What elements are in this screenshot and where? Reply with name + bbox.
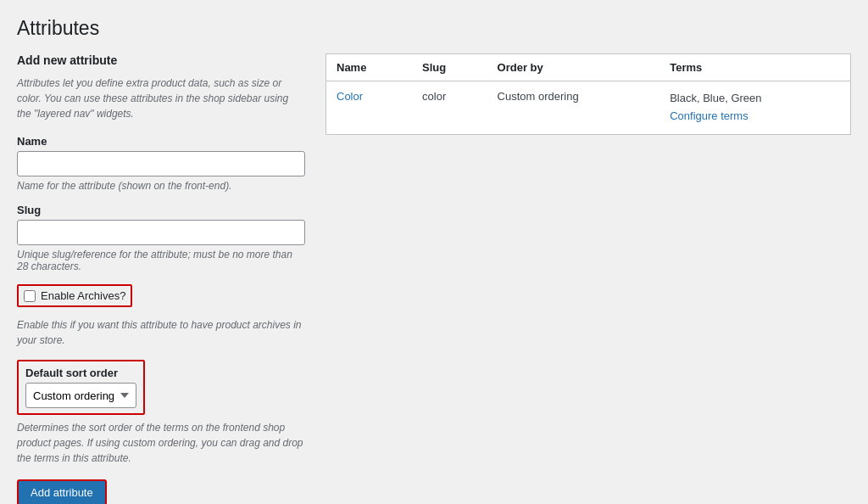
sort-order-hint: Determines the sort order of the terms o… <box>17 420 305 466</box>
enable-archives-label: Enable Archives? <box>41 289 125 302</box>
name-input[interactable] <box>17 151 305 176</box>
sort-order-section: Default sort order Custom ordering Name … <box>17 360 145 415</box>
terms-value: Black, Blue, Green <box>670 92 761 104</box>
row-order-cell: Custom ordering <box>487 81 660 135</box>
col-order-by: Order by <box>487 54 660 81</box>
enable-archives-checkbox-row[interactable]: Enable Archives? <box>17 284 132 307</box>
sort-order-label: Default sort order <box>25 367 136 379</box>
slug-field-label: Slug <box>17 204 305 216</box>
col-slug: Slug <box>412 54 487 81</box>
row-name-cell: Color <box>326 81 413 135</box>
attributes-table: Name Slug Order by Terms Color color Cus… <box>326 53 851 135</box>
col-terms: Terms <box>659 54 850 81</box>
add-attribute-form: Add new attribute Attributes let you def… <box>17 53 305 504</box>
sort-order-select[interactable]: Custom ordering Name Name (numeric) Term… <box>25 383 136 408</box>
page-title: Attributes <box>17 17 851 40</box>
slug-input[interactable] <box>17 220 305 245</box>
row-slug-cell: color <box>412 81 487 135</box>
archives-hint: Enable this if you want this attribute t… <box>17 317 305 348</box>
attributes-table-panel: Name Slug Order by Terms Color color Cus… <box>326 53 851 135</box>
col-name: Name <box>326 54 413 81</box>
configure-terms-link[interactable]: Configure terms <box>670 108 840 126</box>
enable-archives-checkbox[interactable] <box>24 290 36 302</box>
attribute-name-link[interactable]: Color <box>337 90 363 103</box>
section-description: Attributes let you define extra product … <box>17 76 305 121</box>
slug-field-hint: Unique slug/reference for the attribute;… <box>17 249 305 272</box>
name-field-hint: Name for the attribute (shown on the fro… <box>17 180 305 192</box>
name-field-label: Name <box>17 135 305 148</box>
row-terms-cell: Black, Blue, Green Configure terms <box>659 81 850 135</box>
table-row: Color color Custom ordering Black, Blue,… <box>326 81 851 135</box>
add-attribute-button[interactable]: Add attribute <box>17 479 107 504</box>
table-header-row: Name Slug Order by Terms <box>326 54 851 81</box>
section-heading: Add new attribute <box>17 53 305 67</box>
